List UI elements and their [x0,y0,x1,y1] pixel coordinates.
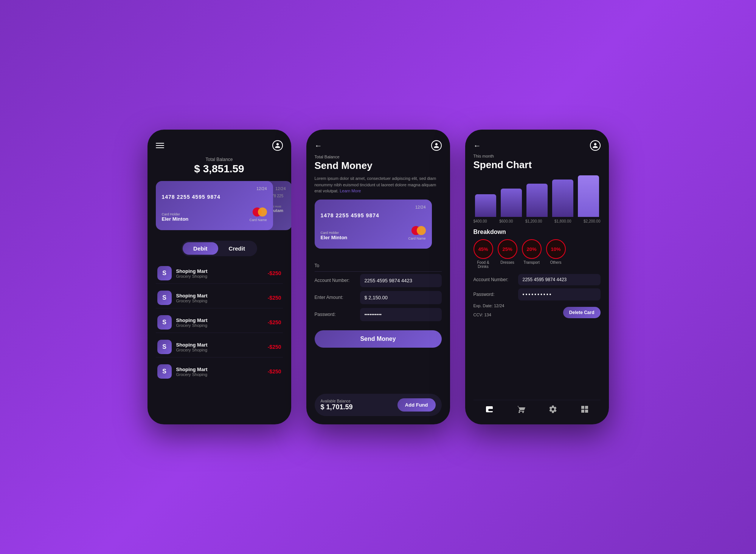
breakdown-items: 45% Food &Drinks 25% Dresses 20% Transpo… [473,239,601,269]
breakdown-title: Breakdown [473,229,601,235]
spend-chart-title: Spend Chart [473,159,601,171]
transaction-item: S Shoping Mart Grocery Shoping -$250 [156,288,283,308]
back-arrow-icon[interactable]: ← [315,141,322,150]
transaction-item: S Shoping Mart Grocery Shoping -$250 [156,312,283,333]
available-balance-label: Available Balance [321,399,353,403]
transaction-avatar: S [157,315,172,330]
transaction-info: Shoping Mart Grocery Shoping [176,268,263,279]
phone-2: ← Total Balance Send Money Lorem ipsum d… [306,130,450,424]
bar-2 [501,189,522,217]
transaction-info: Shoping Mart Grocery Shoping [176,342,263,352]
phone-1: Total Balance $ 3,851.59 12/24 1478 2255… [147,130,291,424]
chart-labels: $400.00 $600.00 $1,200.00 $1,800.00 $2,2… [473,219,601,223]
account-number-label: Account Number: [315,278,356,283]
user-avatar-icon[interactable] [272,140,283,151]
available-balance-bar: Available Balance $ 1,701.59 Add Fund [315,394,442,416]
transaction-name: Shoping Mart [176,293,263,299]
transaction-amount: -$250 [268,368,281,374]
phone2-topbar: ← [315,140,442,151]
bar-chart [473,175,601,217]
transaction-sub: Grocery Shoping [176,348,263,352]
card-name-label: Card Name [408,237,425,240]
transaction-info: Shoping Mart Grocery Shoping [176,293,263,303]
account-number-input[interactable] [360,274,442,287]
available-balance-amount: $ 1,701.59 [321,403,353,411]
bar-4 [552,180,573,217]
add-fund-button[interactable]: Add Fund [397,398,436,412]
breakdown-circle-dresses: 25% [498,239,517,259]
transaction-info: Shoping Mart Grocery Shoping [176,367,263,377]
bar-3 [526,184,548,217]
password-value: •••••••••• [518,288,601,300]
nav-settings-icon[interactable] [548,405,557,416]
chart-label-1: $400.00 [473,219,487,223]
account-number-label: Account Number: [473,277,515,282]
nav-cart-icon[interactable] [517,405,526,416]
transaction-amount: -$250 [268,344,281,350]
transaction-sub: Grocery Shoping [176,274,263,279]
main-card[interactable]: 12/24 1478 2255 4595 9874 Card Holder El… [156,181,273,230]
user-avatar-icon[interactable] [431,140,442,151]
breakdown-circle-others: 10% [546,239,566,259]
card-holder-name: Eler Minton [321,235,348,240]
breakdown-label-transport: Transport [523,260,539,265]
amount-label: Enter Amount: [315,295,356,300]
breakdown-transport: 20% Transport [522,239,542,269]
transaction-avatar: S [157,364,172,379]
amount-input[interactable] [360,291,442,304]
account-number-value: 2255 4595 9874 4423 [518,274,601,285]
transaction-sub: Grocery Shoping [176,323,263,328]
account-number-row: Account Number: [315,274,442,287]
transaction-item: S Shoping Mart Grocery Shoping -$250 [156,263,283,284]
phone3-topbar: ← [473,140,601,151]
transaction-sub: Grocery Shoping [176,299,263,303]
breakdown-others: 10% Others [546,239,566,269]
card-number: 1478 2255 4595 9874 [321,212,426,218]
transaction-info: Shoping Mart Grocery Shoping [176,317,263,328]
card-holder-name: Eler Minton [162,216,189,222]
to-label: To [315,263,442,268]
debit-button[interactable]: Debit [183,242,218,255]
phone3-password-row: Password: •••••••••• [473,288,601,300]
password-label: Password: [315,312,356,317]
transaction-avatar: S [157,266,172,280]
card-expiry: 12/24 [162,186,267,191]
amount-row: Enter Amount: [315,291,442,304]
phone-3: ← This month Spend Chart $400.00 $600.00… [465,130,609,424]
nav-wallet-icon[interactable] [485,405,494,416]
mastercard-logo [253,207,267,217]
transactions-list: S Shoping Mart Grocery Shoping -$250 S S… [156,263,283,416]
transaction-name: Shoping Mart [176,268,263,274]
breakdown-food: 45% Food &Drinks [473,239,493,269]
bar-1 [475,194,496,217]
ccv: CCV: 134 [473,313,559,317]
bottom-navigation [473,400,601,416]
breakdown-circle-food: 45% [473,239,493,259]
chart-label-4: $1,800.00 [554,219,571,223]
mastercard-logo [411,226,426,235]
card-holder-label: Card Holder [162,212,189,216]
password-input[interactable] [360,308,442,321]
transaction-name: Shoping Mart [176,317,263,323]
transaction-avatar: S [157,340,172,354]
delete-card-button[interactable]: Delete Card [563,307,601,318]
cards-container: 12/24 1478 2255 4595 9874 Card Holder El… [156,181,283,234]
send-money-title: Send Money [315,160,442,172]
menu-icon[interactable] [156,143,164,148]
back-arrow-icon[interactable]: ← [473,141,481,150]
card-expiry: 12/24 [321,205,426,209]
send-money-button[interactable]: Send Money [315,330,442,348]
phone3-account-row: Account Number: 2255 4595 9874 4423 [473,274,601,285]
credit-button[interactable]: Credit [218,242,256,255]
breakdown-label-others: Others [550,260,561,265]
transaction-amount: -$250 [268,270,281,276]
total-balance-label: Total Balance [156,157,283,162]
total-balance-amount: $ 3,851.59 [156,163,283,175]
nav-grid-icon[interactable] [580,405,589,416]
transaction-avatar: S [157,291,172,305]
phone2-main-card[interactable]: 12/24 1478 2255 4595 9874 Card Holder El… [315,200,432,249]
learn-more-link[interactable]: Learn More [340,189,361,193]
phone2-cards-container: 12/24 1478 2255 4595 9874 Card Holder El… [315,200,442,252]
user-avatar-icon[interactable] [590,140,601,151]
exp-date: Exp. Date: 12/24 [473,303,559,308]
